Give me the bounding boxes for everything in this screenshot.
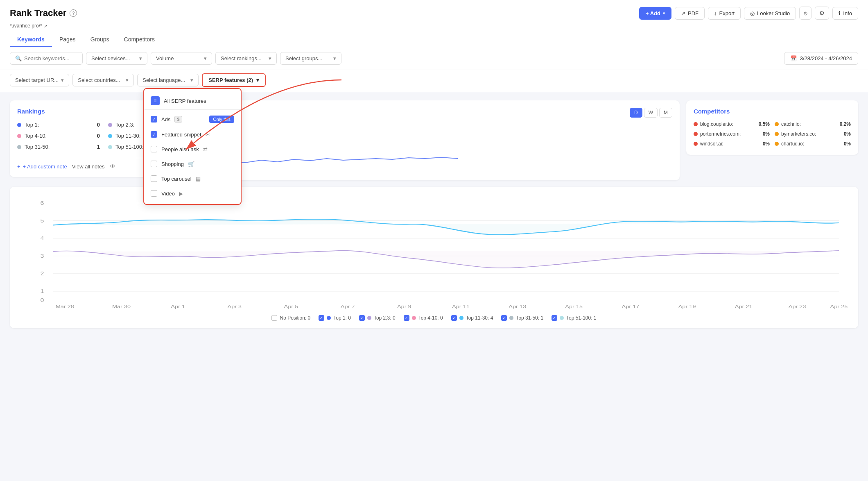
plus-icon: +: [17, 163, 20, 170]
title-section: Rank Tracker ?: [10, 8, 77, 18]
svg-text:Apr 1: Apr 1: [171, 304, 185, 309]
devices-filter[interactable]: Select devices... ▾: [86, 52, 147, 65]
date-range-filter[interactable]: 📅 3/28/2024 - 4/26/2024: [784, 52, 858, 65]
svg-text:Apr 19: Apr 19: [678, 304, 696, 309]
ads-checkbox[interactable]: ✓: [151, 116, 157, 123]
rank-top1-dot: [17, 123, 21, 127]
pdf-button[interactable]: ↗ PDF: [675, 7, 705, 20]
legend-top3150-checkbox[interactable]: ✓: [501, 315, 507, 321]
pdf-icon: ↗: [681, 10, 685, 16]
view-all-notes-button[interactable]: View all notes: [72, 163, 105, 170]
visibility-card: Visibility 0 D W M: [205, 100, 680, 180]
rank-top3150-dot: [17, 145, 21, 149]
svg-text:3: 3: [41, 253, 44, 259]
chevron-down-icon: ▾: [190, 77, 193, 83]
time-month-button[interactable]: M: [659, 108, 672, 118]
serp-dropdown: ≡ All SERP features ✓ Ads $ Only this ✓ …: [143, 88, 242, 205]
svg-text:Apr 3: Apr 3: [227, 304, 242, 309]
legend-top1-checkbox[interactable]: ✓: [319, 315, 324, 321]
svg-text:1: 1: [41, 288, 44, 294]
legend-top410-checkbox[interactable]: ✓: [404, 315, 409, 321]
svg-text:4: 4: [41, 236, 44, 241]
legend-top1130: ✓ Top 11-30: 4: [451, 315, 493, 321]
featured-snippet-checkbox[interactable]: ✓: [151, 131, 157, 138]
legend-top23-checkbox[interactable]: ✓: [359, 315, 365, 321]
serp-item-featured-snippet[interactable]: ✓ Featured snippet ✂: [144, 127, 241, 142]
search-input[interactable]: [24, 55, 77, 61]
serp-video-label: Video: [161, 191, 175, 197]
tab-groups[interactable]: Groups: [83, 33, 117, 47]
svg-text:6: 6: [41, 200, 44, 206]
export-button[interactable]: ↓ Export: [708, 7, 741, 20]
legend-top51100-checkbox[interactable]: ✓: [552, 315, 557, 321]
add-custom-note-button[interactable]: + + Add custom note: [17, 163, 67, 170]
rankings-filter[interactable]: Select rankings... ▾: [215, 52, 277, 65]
calendar-icon: 📅: [790, 55, 797, 61]
add-button[interactable]: + Add ▾: [639, 7, 671, 20]
comp-dot: [694, 122, 698, 126]
only-this-button[interactable]: Only this: [209, 116, 234, 123]
app-header: Rank Tracker ? + Add ▾ ↗ PDF ↓ Export ◎ …: [0, 0, 868, 47]
target-url-filter[interactable]: Select target UR... ▾: [10, 74, 69, 86]
time-day-button[interactable]: D: [630, 108, 642, 118]
serp-shopping-label: Shopping: [161, 161, 184, 167]
looker-studio-button[interactable]: ◎ Looker Studio: [744, 7, 796, 20]
external-link-icon: ↗: [44, 24, 47, 28]
svg-text:Mar 28: Mar 28: [56, 304, 74, 309]
svg-text:Apr 9: Apr 9: [397, 304, 411, 309]
comp-dot: [775, 142, 779, 146]
countries-filter[interactable]: Select countries... ▾: [72, 74, 134, 86]
legend-top1130-checkbox[interactable]: ✓: [451, 315, 457, 321]
main-content: Rankings Top 1: 0 Top 2,3: 0: [0, 92, 868, 336]
domain-link[interactable]: *.ivanhoe.pro/*: [10, 23, 42, 29]
competitors-card-title: Competitors: [694, 108, 851, 115]
serp-item-ads[interactable]: ✓ Ads $ Only this: [144, 111, 241, 127]
serp-item-video[interactable]: Video ▶: [144, 186, 241, 201]
language-filter[interactable]: Select language... ▾: [137, 74, 199, 86]
competitor-windsor: windsor.ai: 0%: [694, 140, 770, 147]
svg-text:Apr 5: Apr 5: [284, 304, 298, 309]
all-serp-icon: ≡: [151, 96, 160, 105]
top-carousel-checkbox[interactable]: [151, 175, 157, 182]
legend-no-position-checkbox[interactable]: [271, 315, 277, 321]
time-week-button[interactable]: W: [644, 108, 658, 118]
tab-keywords[interactable]: Keywords: [10, 33, 52, 47]
comp-dot: [775, 122, 779, 126]
tab-competitors[interactable]: Competitors: [117, 33, 162, 47]
info-button[interactable]: ℹ Info: [832, 7, 858, 20]
filters-row1: 🔍 Select devices... ▾ Volume ▾ Select ra…: [0, 47, 868, 70]
serp-features-button[interactable]: SERP features (2) ▾: [202, 73, 266, 87]
serp-item-people-also-ask[interactable]: People also ask ⇄: [144, 142, 241, 157]
tab-pages[interactable]: Pages: [52, 33, 83, 47]
chart-legend: No Position: 0 ✓ Top 1: 0 ✓ Top 2,3: 0 ✓…: [17, 315, 851, 321]
gear-icon: ⚙: [819, 10, 825, 16]
chevron-down-icon: ▾: [61, 77, 64, 83]
serp-item-top-carousel[interactable]: Top carousel ▤: [144, 171, 241, 186]
competitor-catchr: catchr.io: 0.2%: [775, 120, 851, 128]
shopping-checkbox[interactable]: [151, 161, 157, 167]
share-button[interactable]: ⎋: [799, 7, 811, 20]
visibility-sparkline: [212, 147, 672, 172]
video-icon: ▶: [179, 191, 183, 197]
share-icon: ⎋: [804, 10, 807, 16]
rank-top1130-dot: [108, 134, 112, 138]
search-keywords-filter[interactable]: 🔍: [10, 52, 83, 65]
people-also-ask-icon: ⇄: [203, 146, 208, 152]
volume-filter[interactable]: Volume ▾: [151, 52, 212, 65]
video-checkbox[interactable]: [151, 190, 157, 197]
app-title: Rank Tracker: [10, 8, 66, 18]
svg-text:Apr 7: Apr 7: [341, 304, 355, 309]
comp-dot: [694, 142, 698, 146]
rank-top1: Top 1: 0: [17, 120, 100, 129]
serp-all-features-item[interactable]: ≡ All SERP features: [144, 92, 241, 110]
help-icon[interactable]: ?: [70, 9, 77, 17]
svg-text:Apr 21: Apr 21: [735, 304, 753, 309]
people-also-ask-checkbox[interactable]: [151, 146, 157, 152]
serp-item-shopping[interactable]: Shopping 🛒: [144, 157, 241, 171]
chevron-down-icon: ▾: [663, 11, 665, 16]
chart-area: 6 5 4 3 2 1 0 Mar 28 Mar 30 Apr 1 Apr 3 …: [10, 187, 858, 328]
rank-top410: Top 4-10: 0: [17, 132, 100, 140]
chevron-down-icon: ▾: [333, 55, 336, 61]
groups-filter[interactable]: Select groups... ▾: [280, 52, 341, 65]
settings-button[interactable]: ⚙: [815, 7, 829, 20]
